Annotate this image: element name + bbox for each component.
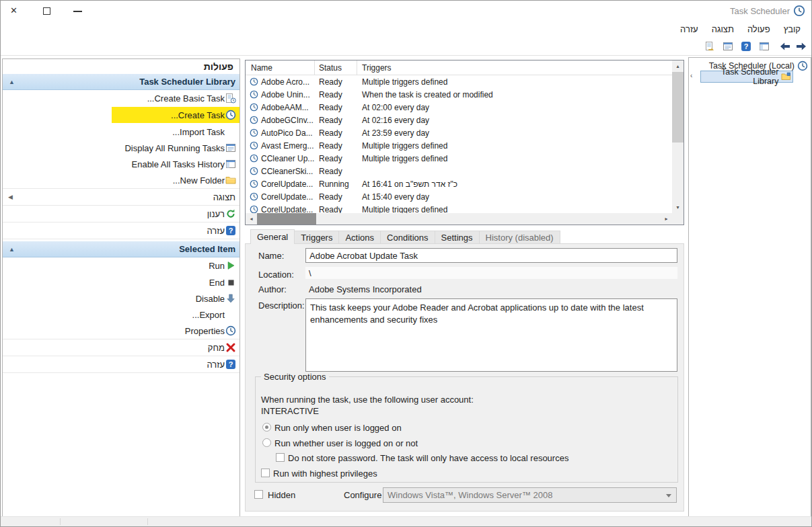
forward-arrow-icon[interactable] xyxy=(795,40,808,53)
description-label: Description: xyxy=(258,300,305,311)
menu-view[interactable]: תצוגה xyxy=(705,22,741,36)
radio-run-logged-on-or-not[interactable] xyxy=(262,438,271,447)
action-new-folder[interactable]: New Folder... xyxy=(3,172,239,188)
action-display-all-running-tasks[interactable]: Display All Running Tasks xyxy=(3,140,239,156)
checkbox-no-password-label[interactable]: Do not store password. The task will onl… xyxy=(288,453,568,463)
vertical-scrollbar[interactable]: ▴ ▾ xyxy=(672,60,684,213)
action-delete[interactable]: מחק xyxy=(3,339,239,356)
tab-conditions[interactable]: Conditions xyxy=(380,231,435,244)
table-row[interactable]: AdobeGCInv... Ready At 02:16 every day xyxy=(246,114,672,126)
help-toolbar-icon[interactable] xyxy=(739,40,753,53)
action-import-task[interactable]: Import Task... xyxy=(3,124,239,140)
back-arrow-icon[interactable] xyxy=(778,40,792,53)
table-row[interactable]: AdobeAAM... Ready At 02:00 every day xyxy=(246,101,672,114)
scrollbar-corner xyxy=(672,213,684,225)
action-create-task[interactable]: Create Task... xyxy=(3,107,239,123)
table-row[interactable]: Adobe Acro... Ready Multiple triggers de… xyxy=(246,75,672,88)
collapse-arrow-icon[interactable]: ▲ xyxy=(9,246,15,253)
scroll-left-icon[interactable]: ◂ xyxy=(246,213,257,225)
action-refresh[interactable]: רענון xyxy=(3,206,239,222)
column-header-status[interactable]: Status xyxy=(315,60,357,75)
export-list-icon[interactable] xyxy=(703,40,716,53)
radio-run-logged-on-label[interactable]: Run only when user is logged on xyxy=(274,423,402,433)
column-header-name[interactable]: Name xyxy=(246,60,315,75)
chevron-down-icon xyxy=(666,494,671,497)
checkbox-hidden[interactable] xyxy=(254,490,263,499)
tab-settings[interactable]: Settings xyxy=(435,231,480,244)
action-end[interactable]: End xyxy=(3,274,239,290)
action-label: Import Task... xyxy=(170,127,225,137)
checkbox-no-password[interactable] xyxy=(276,453,285,462)
minimize-button[interactable] xyxy=(73,11,82,12)
action-label: Create Basic Task... xyxy=(145,93,225,104)
table-row[interactable]: Adobe Unin... Ready When the task is cre… xyxy=(246,88,672,101)
scroll-up-icon[interactable]: ▴ xyxy=(672,60,684,72)
tab-triggers[interactable]: Triggers xyxy=(294,231,339,244)
horizontal-scroll-thumb[interactable] xyxy=(257,213,316,225)
window-title: Task Scheduler xyxy=(730,6,790,16)
collapse-arrow-icon[interactable]: ▲ xyxy=(9,79,15,85)
menu-action[interactable]: פעולה xyxy=(741,22,777,36)
scroll-right-icon[interactable]: ▸ xyxy=(661,213,672,225)
tree-scroll-left-icon[interactable]: ‹ xyxy=(690,72,692,79)
horizontal-scrollbar[interactable]: ◂ ▸ xyxy=(246,213,672,225)
table-row[interactable]: CorelUpdate... Ready Multiple triggers d… xyxy=(246,203,672,213)
table-row[interactable]: CorelUpdate... Ready At 15:40 every day xyxy=(246,190,672,203)
task-triggers: At 15:40 every day xyxy=(357,192,672,202)
tab-history: History (disabled) xyxy=(479,231,560,244)
actions-pane: פעולות Task Scheduler Library ▲ Create B… xyxy=(2,58,240,517)
tab-general[interactable]: General xyxy=(250,229,295,244)
action-label: עזרה xyxy=(204,360,225,370)
hidden-label[interactable]: Hidden xyxy=(268,490,295,500)
tab-actions[interactable]: Actions xyxy=(338,231,381,244)
task-triggers: Multiple triggers defined xyxy=(357,154,672,163)
section-selected-item[interactable]: Selected Item ▲ xyxy=(3,241,239,257)
vertical-scroll-thumb[interactable] xyxy=(672,72,684,143)
show-console-tree-icon[interactable] xyxy=(758,40,771,53)
action-label: עזרה xyxy=(204,226,225,236)
action-disable[interactable]: Disable xyxy=(3,290,239,307)
action-help-view[interactable]: עזרה xyxy=(3,222,239,239)
task-triggers: Multiple triggers defined xyxy=(357,141,672,151)
action-enable-all-tasks-history[interactable]: Enable All Tasks History xyxy=(3,156,239,172)
close-button[interactable]: ✕ xyxy=(10,5,17,15)
scroll-down-icon[interactable]: ▾ xyxy=(672,202,684,213)
library-folder-icon xyxy=(781,71,791,82)
task-icon xyxy=(250,128,258,137)
task-status: Running xyxy=(315,179,357,189)
actions-pane-title: פעולות xyxy=(3,59,239,74)
task-description-field[interactable]: This task keeps your Adobe Reader and Ac… xyxy=(305,298,677,372)
task-scheduler-app-icon xyxy=(793,5,805,17)
checkbox-highest-privileges[interactable] xyxy=(261,469,270,477)
column-header-triggers[interactable]: Triggers xyxy=(357,60,672,75)
radio-run-logged-on-or-not-label[interactable]: Run whether user is logged on or not xyxy=(274,438,418,448)
help-icon xyxy=(225,356,237,372)
menu-help[interactable]: עזרה xyxy=(673,22,705,36)
export-icon-placeholder xyxy=(225,307,237,323)
table-row[interactable]: CorelUpdate... Running At 16:41 on כ"ז א… xyxy=(246,177,672,190)
action-label: End xyxy=(207,278,225,288)
table-row[interactable]: AutoPico Da... Ready At 23:59 every day xyxy=(246,126,672,139)
maximize-button[interactable] xyxy=(43,7,50,15)
section-task-scheduler-library[interactable]: Task Scheduler Library ▲ xyxy=(3,74,239,90)
table-row[interactable]: CCleaner Up... Ready Multiple triggers d… xyxy=(246,152,672,165)
action-help-selected[interactable]: עזרה xyxy=(3,356,239,372)
table-row[interactable]: CCleanerSki... Ready xyxy=(246,165,672,177)
action-export[interactable]: Export... xyxy=(3,307,239,323)
action-run[interactable]: Run xyxy=(3,257,239,274)
collapse-arrow-icon[interactable]: ◀ xyxy=(8,194,13,200)
task-list: Name Status Triggers Adobe Acro... Ready… xyxy=(245,60,684,225)
configure-for-dropdown[interactable]: Windows Vista™, Windows Server™ 2008 xyxy=(383,487,677,503)
task-triggers: At 16:41 on כ"ז אדר תשפ"ב xyxy=(357,179,672,189)
action-create-basic-task[interactable]: Create Basic Task... xyxy=(3,90,239,106)
show-action-pane-icon[interactable] xyxy=(721,40,735,53)
checkbox-highest-privileges-label[interactable]: Run with highest privileges xyxy=(273,469,377,479)
radio-run-logged-on[interactable] xyxy=(262,423,271,432)
action-properties[interactable]: Properties xyxy=(3,323,239,339)
task-name-field[interactable]: Adobe Acrobat Update Task xyxy=(305,248,677,263)
tree-item-task-scheduler-library[interactable]: Task Scheduler Library xyxy=(700,71,793,83)
menu-file[interactable]: קובץ xyxy=(777,22,807,36)
table-row[interactable]: Avast Emerg... Ready Multiple triggers d… xyxy=(246,139,672,152)
help-icon xyxy=(225,222,237,239)
section-view[interactable]: תצוגה ◀ xyxy=(3,189,239,205)
